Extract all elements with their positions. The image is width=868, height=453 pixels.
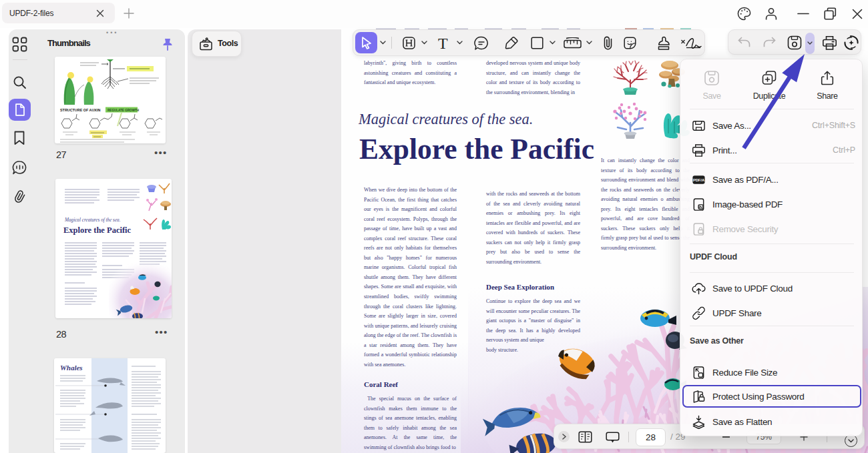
svg-text:STRUCTURE OF AUXIN: STRUCTURE OF AUXIN [60, 108, 100, 112]
svg-text:PDF/A: PDF/A [693, 177, 704, 181]
svg-text:REGULATE GROWTH: REGULATE GROWTH [107, 109, 140, 112]
svg-text:Whales: Whales [60, 364, 83, 372]
svg-text:Magical creatures of the sea.: Magical creatures of the sea. [64, 217, 121, 223]
svg-text:Explore the Pacific: Explore the Pacific [63, 225, 132, 235]
